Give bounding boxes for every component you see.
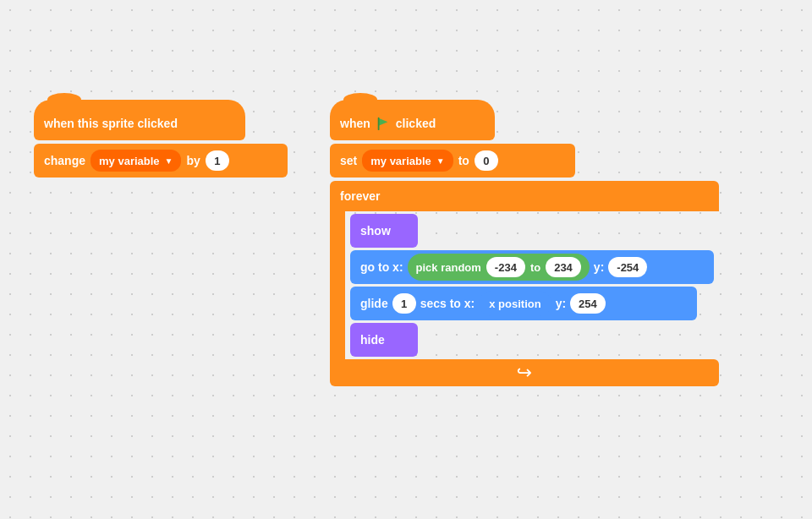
by-label: by xyxy=(186,154,200,167)
set-variable-dropdown[interactable]: my variable ▼ xyxy=(362,150,453,172)
loop-arrow-icon: ↩ xyxy=(517,362,532,384)
forever-label: forever xyxy=(340,189,380,203)
pick-random-label: pick random xyxy=(416,261,481,274)
change-value[interactable]: 1 xyxy=(206,150,229,171)
svg-marker-0 xyxy=(378,118,387,126)
glide-secs-label: secs to x: xyxy=(420,297,475,310)
when-sprite-clicked-label: when this sprite clicked xyxy=(44,117,178,130)
glide-block[interactable]: glide 1 secs to x: x position y: 254 xyxy=(350,287,697,320)
pick-random-to-val[interactable]: 234 xyxy=(546,257,581,277)
goto-block[interactable]: go to x: pick random -234 to 234 y: -254 xyxy=(350,250,714,284)
change-variable-block[interactable]: change my variable ▼ by 1 xyxy=(34,144,288,178)
glide-label: glide xyxy=(360,297,388,310)
set-value[interactable]: 0 xyxy=(475,150,498,171)
goto-label: go to x: xyxy=(360,260,403,274)
glide-secs-value[interactable]: 1 xyxy=(392,293,416,314)
when-label: when xyxy=(340,117,370,130)
set-label: set xyxy=(340,154,357,167)
pick-random-from[interactable]: -234 xyxy=(486,257,525,277)
forever-left-wall xyxy=(330,211,345,359)
clicked-label: clicked xyxy=(396,117,436,130)
hide-label: hide xyxy=(360,333,385,347)
forever-top-bar: forever xyxy=(330,181,719,211)
left-block-group: when this sprite clicked change my varia… xyxy=(34,100,288,178)
forever-inner: show go to x: pick random -234 to 234 y:… xyxy=(345,211,714,359)
forever-block[interactable]: forever show go to x: pick random -234 t… xyxy=(330,181,719,386)
show-block[interactable]: show xyxy=(350,214,418,248)
glide-y-value[interactable]: 254 xyxy=(570,293,606,314)
green-flag-icon xyxy=(376,116,391,131)
set-dropdown-arrow-icon: ▼ xyxy=(436,156,445,166)
right-block-group: when clicked set my variable ▼ to 0 fore… xyxy=(330,100,719,386)
x-position-label: x position xyxy=(489,298,540,310)
pick-random-to-label: to xyxy=(530,261,540,274)
glide-y-label: y: xyxy=(556,297,566,310)
change-label: change xyxy=(44,154,85,167)
when-sprite-clicked-hat[interactable]: when this sprite clicked xyxy=(34,100,245,140)
when-flag-clicked-hat[interactable]: when clicked xyxy=(330,100,495,140)
to-label: to xyxy=(458,154,469,167)
forever-bottom: ↩ xyxy=(330,359,719,386)
goto-y-value[interactable]: -254 xyxy=(608,257,647,277)
goto-y-label: y: xyxy=(594,260,604,274)
show-label: show xyxy=(360,224,391,238)
dropdown-arrow-icon: ▼ xyxy=(165,156,173,166)
set-variable-block[interactable]: set my variable ▼ to 0 xyxy=(330,144,575,178)
hide-block[interactable]: hide xyxy=(350,323,418,357)
x-position-block[interactable]: x position xyxy=(479,291,551,316)
variable-dropdown[interactable]: my variable ▼ xyxy=(91,150,181,172)
pick-random-block[interactable]: pick random -234 to 234 xyxy=(408,254,590,281)
